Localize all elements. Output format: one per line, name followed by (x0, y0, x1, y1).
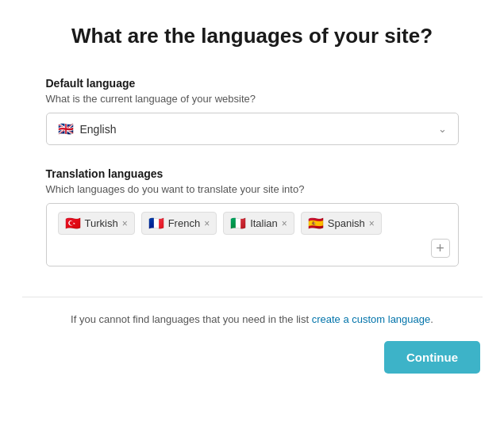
spanish-label: Spanish (328, 217, 365, 229)
turkish-label: Turkish (85, 217, 118, 229)
default-language-description: What is the current language of your web… (46, 93, 459, 105)
default-language-label: Default language (46, 77, 459, 90)
footer-note-before: If you cannot find languages that you ne… (71, 313, 312, 325)
translation-languages-label: Translation languages (46, 167, 459, 180)
section-divider (22, 297, 483, 297)
spanish-flag-icon: 🇪🇸 (308, 216, 324, 231)
italian-flag-icon: 🇮🇹 (230, 216, 246, 231)
default-language-select[interactable]: 🇬🇧 English ⌄ (46, 113, 459, 145)
footer-note-after: . (430, 313, 433, 325)
remove-italian-button[interactable]: × (282, 219, 287, 228)
remove-spanish-button[interactable]: × (369, 219, 375, 228)
tag-turkish[interactable]: 🇹🇷 Turkish × (58, 212, 135, 235)
tag-french[interactable]: 🇫🇷 French × (141, 212, 217, 235)
selected-language-left: 🇬🇧 English (58, 121, 117, 136)
tag-spanish[interactable]: 🇪🇸 Spanish × (301, 212, 382, 235)
translation-tags-box: 🇹🇷 Turkish × 🇫🇷 French × 🇮🇹 Italian × 🇪🇸… (46, 203, 459, 266)
french-label: French (168, 217, 200, 229)
footer-note: If you cannot find languages that you ne… (71, 313, 433, 325)
chevron-down-icon: ⌄ (438, 123, 447, 135)
selected-language-text: English (80, 123, 117, 136)
remove-turkish-button[interactable]: × (122, 219, 128, 228)
form-container: Default language What is the current lan… (46, 77, 459, 289)
tag-italian[interactable]: 🇮🇹 Italian × (223, 212, 294, 235)
default-language-section: Default language What is the current lan… (46, 77, 459, 145)
remove-french-button[interactable]: × (204, 219, 210, 228)
turkish-flag-icon: 🇹🇷 (65, 216, 81, 231)
italian-label: Italian (250, 217, 278, 229)
english-flag-icon: 🇬🇧 (58, 121, 74, 136)
translation-languages-description: Which languages do you want to translate… (46, 183, 459, 195)
french-flag-icon: 🇫🇷 (148, 216, 164, 231)
create-custom-language-link[interactable]: create a custom language (312, 313, 431, 325)
add-language-button[interactable]: + (431, 239, 450, 258)
translation-languages-section: Translation languages Which languages do… (46, 167, 459, 266)
continue-button[interactable]: Continue (384, 341, 480, 374)
page-title: What are the languages of your site? (71, 24, 433, 48)
